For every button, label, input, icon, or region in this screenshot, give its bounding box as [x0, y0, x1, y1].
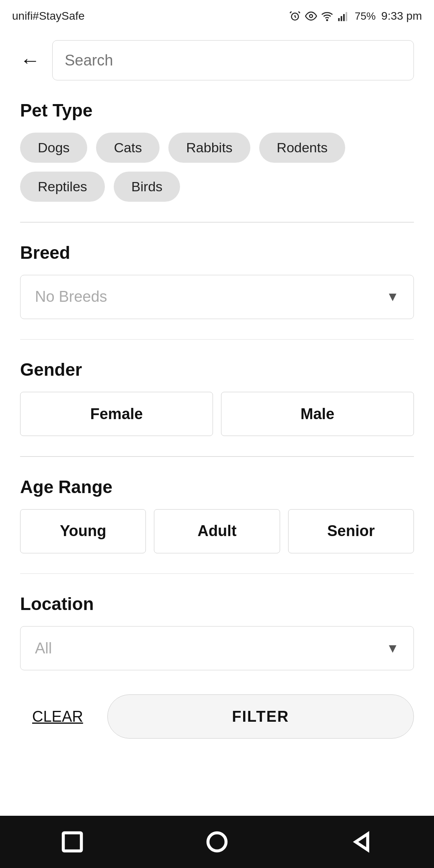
battery-text: 75% [355, 10, 376, 23]
pet-type-section: Pet Type Dogs Cats Rabbits Rodents Repti… [20, 100, 414, 222]
chip-reptiles[interactable]: Reptiles [20, 172, 105, 202]
location-dropdown-value: All [35, 640, 52, 657]
status-bar-right: 75% 9:33 pm [289, 10, 422, 23]
divider-1 [20, 222, 414, 223]
signal-icon [337, 10, 349, 22]
breed-section: Breed No Breeds ▼ [20, 243, 414, 339]
status-icons [289, 10, 349, 22]
chip-rodents[interactable]: Rodents [259, 133, 346, 163]
chip-rabbits[interactable]: Rabbits [168, 133, 250, 163]
nav-bar [0, 816, 434, 868]
svg-rect-3 [338, 18, 340, 21]
breed-dropdown-value: No Breeds [35, 288, 107, 305]
triangle-back-icon [350, 830, 374, 854]
alarm-icon [289, 10, 301, 22]
breed-dropdown[interactable]: No Breeds ▼ [20, 275, 414, 319]
eye-icon [305, 10, 317, 22]
pet-type-label: Pet Type [20, 100, 414, 121]
svg-point-2 [327, 20, 328, 21]
nav-home-button[interactable] [201, 826, 233, 858]
breed-dropdown-arrow-icon: ▼ [386, 289, 399, 304]
gender-row: Female Male [20, 392, 414, 436]
circle-icon [205, 830, 229, 854]
back-button[interactable]: ← [20, 50, 40, 70]
svg-point-8 [208, 833, 226, 851]
age-senior-button[interactable]: Senior [288, 509, 414, 553]
gender-female-button[interactable]: Female [20, 392, 213, 436]
svg-point-1 [309, 14, 313, 18]
location-dropdown-arrow-icon: ▼ [386, 641, 399, 656]
action-row: CLEAR FILTER [20, 694, 414, 751]
nav-square-button[interactable] [56, 826, 88, 858]
gender-section: Gender Female Male [20, 360, 414, 456]
svg-marker-9 [356, 834, 368, 850]
gender-label: Gender [20, 360, 414, 380]
svg-rect-5 [343, 14, 345, 21]
carrier-text: unifi#StaySafe [12, 10, 85, 23]
chip-birds[interactable]: Birds [114, 172, 180, 202]
location-section: Location All ▼ [20, 594, 414, 694]
time-text: 9:33 pm [381, 10, 422, 23]
location-label: Location [20, 594, 414, 614]
pet-type-chips: Dogs Cats Rabbits Rodents Reptiles Birds [20, 133, 414, 202]
svg-rect-7 [63, 833, 82, 851]
age-row: Young Adult Senior [20, 509, 414, 553]
breed-label: Breed [20, 243, 414, 263]
chip-dogs[interactable]: Dogs [20, 133, 87, 163]
status-bar: unifi#StaySafe 75% 9:33 pm [0, 0, 434, 32]
back-arrow-icon: ← [20, 50, 40, 70]
age-range-section: Age Range Young Adult Senior [20, 477, 414, 573]
search-input-wrapper [52, 40, 414, 80]
filter-button[interactable]: FILTER [107, 694, 414, 739]
chip-cats[interactable]: Cats [96, 133, 160, 163]
svg-rect-6 [346, 12, 347, 21]
main-content: ← Pet Type Dogs Cats Rabbits Rodents Rep… [0, 32, 434, 816]
age-range-label: Age Range [20, 477, 414, 497]
search-input[interactable] [65, 52, 401, 69]
wifi-icon [321, 10, 333, 22]
clear-button[interactable]: CLEAR [20, 700, 95, 733]
divider-2 [20, 339, 414, 340]
age-young-button[interactable]: Young [20, 509, 146, 553]
divider-3 [20, 456, 414, 457]
divider-4 [20, 573, 414, 574]
search-bar-row: ← [20, 40, 414, 80]
age-adult-button[interactable]: Adult [154, 509, 280, 553]
location-dropdown[interactable]: All ▼ [20, 626, 414, 670]
square-icon [60, 830, 84, 854]
nav-back-button[interactable] [346, 826, 378, 858]
svg-rect-4 [341, 16, 342, 21]
gender-male-button[interactable]: Male [221, 392, 414, 436]
